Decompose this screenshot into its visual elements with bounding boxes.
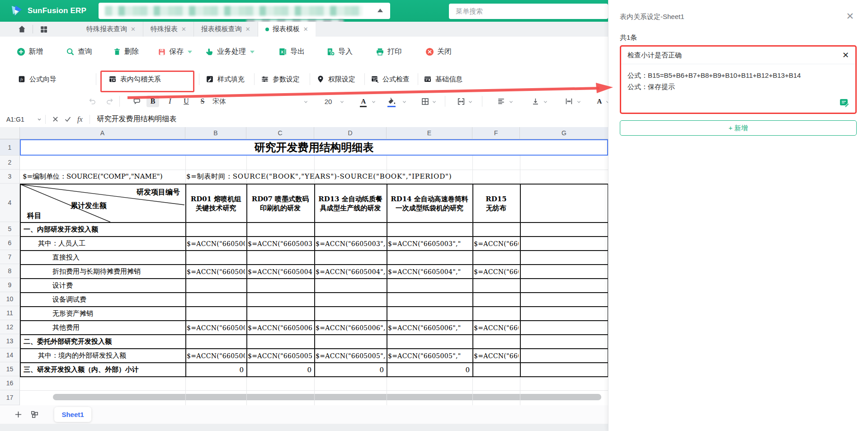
project-header-d4[interactable]: RD13 全自动纸质餐具成型生产线的研发 — [315, 185, 386, 222]
redo-icon[interactable] — [103, 91, 116, 111]
cell-b8[interactable]: $=ACCN("6605004"," — [187, 265, 245, 278]
cell-e12[interactable]: $=ACCN("6605006"," — [388, 321, 471, 334]
tab-close-icon[interactable]: ✕ — [181, 26, 186, 33]
cell-a4-diagonal-header[interactable]: 研发项目编号 累计发生额 科目 — [21, 185, 184, 222]
cell-b3[interactable]: $=制表时间：SOURCE("BOOK","YEARS")-SOURCE("BO… — [186, 170, 607, 184]
cell-f12[interactable]: $=ACCN("6605006"," — [474, 321, 519, 334]
font-size-select[interactable]: 20 — [319, 91, 337, 111]
text-rotate-button[interactable]: A — [593, 91, 606, 111]
cell-b6[interactable]: $=ACCN("6605003"," — [187, 237, 245, 250]
cell-c14[interactable]: $=ACCN("6605005"," — [248, 349, 313, 362]
cell-f6[interactable]: $=ACCN("6605003"," — [474, 237, 519, 250]
row-header-12[interactable]: 12 — [0, 320, 20, 334]
row-header-17[interactable]: 17 — [0, 390, 20, 405]
cell-d6[interactable]: $=ACCN("6605003"," — [316, 237, 385, 250]
fill-color-button[interactable] — [385, 91, 398, 111]
tab-close-icon[interactable]: ✕ — [131, 26, 136, 33]
vertical-align-button[interactable] — [529, 91, 542, 111]
cell-f8[interactable]: $=ACCN("6605004"," — [474, 265, 519, 278]
home-icon[interactable] — [13, 22, 31, 37]
cell-a15[interactable]: 三、研发开发投入额（内、外部）小计 — [21, 363, 184, 376]
cell-a5[interactable]: 一、内部研发开发投入额 — [21, 223, 184, 236]
row-header-14[interactable]: 14 — [0, 348, 20, 362]
chevron-down-icon[interactable] — [372, 100, 375, 104]
cell-a11[interactable]: 无形资产摊销 — [21, 307, 184, 320]
style-fill-button[interactable]: 样式填充 — [206, 67, 245, 91]
column-header-a[interactable]: A — [20, 127, 185, 139]
cell-d8[interactable]: $=ACCN("6605004"," — [316, 265, 385, 278]
menu-search-input[interactable]: 菜单搜索 — [449, 4, 608, 19]
fx-icon[interactable]: fx — [74, 115, 86, 123]
cell-b15[interactable]: 0 — [186, 363, 244, 376]
project-header-e4[interactable]: RD14 全自动高速卷筒料一次成型纸袋机的研究 — [387, 185, 472, 222]
tab-report-template[interactable]: 报表模板✕ — [258, 22, 316, 37]
add-sheet-icon[interactable] — [14, 411, 22, 418]
chevron-down-icon[interactable] — [543, 100, 547, 104]
cell-c6[interactable]: $=ACCN("6605003"," — [248, 237, 313, 250]
project-header-b4[interactable]: RD01 熔喷机组关键技术研究 — [186, 185, 245, 222]
underline-button[interactable]: U — [180, 91, 193, 111]
row-header-9[interactable]: 9 — [0, 278, 20, 292]
cell-a10[interactable]: 设备调试费 — [21, 293, 184, 306]
edit-relation-icon[interactable] — [839, 97, 850, 108]
distribute-button[interactable] — [562, 91, 575, 111]
cell-c12[interactable]: $=ACCN("6605006"," — [248, 321, 313, 334]
import-button[interactable]: 导入 — [326, 37, 353, 67]
cell-b12[interactable]: $=ACCN("6605006"," — [187, 321, 245, 334]
name-box[interactable]: A1:G1 — [0, 116, 42, 123]
column-header-f[interactable]: F — [472, 127, 520, 139]
cell-c8[interactable]: $=ACCN("6605004"," — [248, 265, 313, 278]
row-header-10[interactable]: 10 — [0, 292, 20, 306]
tab-report-template-query[interactable]: 报表模板查询✕ — [194, 22, 258, 37]
cell-b14[interactable]: $=ACCN("6605005"," — [187, 349, 245, 362]
row-header-2[interactable]: 2 — [0, 156, 20, 170]
tab-close-icon[interactable]: ✕ — [245, 26, 250, 33]
cell-f14[interactable]: $=ACCN("6605005"," — [474, 349, 519, 362]
undo-icon[interactable] — [86, 91, 99, 111]
row-header-15[interactable]: 15 — [0, 362, 20, 376]
column-header-d[interactable]: D — [314, 127, 387, 139]
cell-e8[interactable]: $=ACCN("6605004"," — [388, 265, 471, 278]
column-header-c[interactable]: C — [246, 127, 314, 139]
align-button[interactable] — [495, 91, 507, 111]
font-name-select[interactable]: 宋体 — [212, 91, 298, 111]
formula-wizard-button[interactable]: fx公式向导 — [18, 67, 57, 91]
cell-c15[interactable]: 0 — [247, 363, 311, 376]
cell-e15[interactable]: 0 — [387, 363, 470, 376]
close-button[interactable]: 关闭 — [425, 37, 452, 67]
chevron-down-icon[interactable] — [402, 100, 406, 104]
column-header-b[interactable]: B — [185, 127, 246, 139]
tab-special-report[interactable]: 特殊报表✕ — [143, 22, 194, 37]
select-all-corner[interactable] — [0, 127, 20, 139]
relation-card-close-icon[interactable]: ✕ — [842, 50, 849, 60]
cell-a13[interactable]: 二、委托外部研究开发投入额 — [21, 335, 184, 348]
formula-bar-value[interactable]: 研究开发费用结构明细表 — [97, 114, 177, 124]
cell-e6[interactable]: $=ACCN("6605003"," — [388, 237, 471, 250]
confirm-entry-icon[interactable] — [61, 116, 74, 122]
row-header-3[interactable]: 3 — [0, 170, 20, 184]
query-button[interactable]: 查询 — [66, 37, 92, 67]
cell-d14[interactable]: $=ACCN("6605005"," — [316, 349, 385, 362]
cell-a14[interactable]: 其中：境内的外部研发投入额 — [21, 349, 184, 362]
chevron-down-icon[interactable] — [468, 100, 472, 104]
org-selector[interactable] — [99, 3, 390, 19]
horizontal-scrollbar[interactable] — [53, 394, 601, 400]
save-button[interactable]: 保存 — [158, 37, 192, 67]
comment-icon[interactable] — [130, 91, 143, 111]
cell-a8[interactable]: 折扣费用与长期待摊费用摊销 — [21, 265, 184, 278]
formula-check-button[interactable]: 公式检查 — [371, 67, 410, 91]
cell-e14[interactable]: $=ACCN("6605005"," — [388, 349, 471, 362]
borders-button[interactable] — [419, 91, 431, 111]
strikethrough-button[interactable]: S — [196, 91, 209, 111]
row-header-13[interactable]: 13 — [0, 334, 20, 348]
permission-setting-button[interactable]: 权限设定 — [316, 67, 355, 91]
chevron-down-icon[interactable] — [304, 100, 307, 104]
add-button[interactable]: 新增 — [17, 37, 43, 67]
chevron-down-icon[interactable] — [340, 100, 344, 104]
row-header-1[interactable]: 1 — [0, 139, 20, 156]
tab-close-icon[interactable]: ✕ — [303, 26, 308, 33]
row-header-4[interactable]: 4 — [0, 184, 20, 222]
print-button[interactable]: 打印 — [376, 37, 402, 67]
row-header-16[interactable]: 16 — [0, 376, 20, 390]
italic-button[interactable]: I — [164, 91, 176, 111]
